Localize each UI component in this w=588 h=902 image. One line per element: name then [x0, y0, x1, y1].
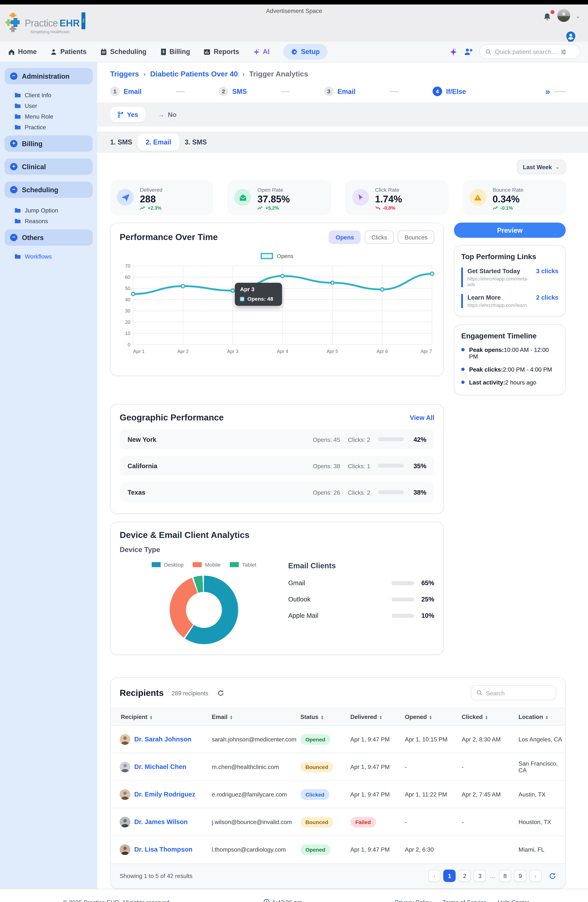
svg-text:10: 10 [125, 331, 130, 336]
sidebar-item-practice[interactable]: Practice [15, 121, 93, 132]
sidebar-item-user[interactable]: User [15, 100, 93, 111]
nav-reports[interactable]: Reports [203, 48, 239, 56]
nav-label: Scheduling [110, 48, 147, 56]
sidebar-section-clinical[interactable]: + Clinical [5, 158, 93, 175]
tab-3-sms[interactable]: 3. SMS [185, 138, 207, 146]
top-black-bar [0, 0, 588, 5]
link-item[interactable]: Learn More https://ehrcrmapp.com/learn 2… [461, 294, 558, 308]
step-1-email[interactable]: 1Email [110, 86, 142, 96]
refresh-icon [549, 872, 556, 880]
folder-icon [15, 253, 21, 259]
device-type-label: Device Type [120, 546, 434, 554]
link-item[interactable]: Get Started Today https://ehrcrmapp.com/… [461, 268, 558, 287]
sidebar-section-administration[interactable]: − Administration [5, 68, 93, 84]
sidebar-item-jump-option[interactable]: Jump Option [15, 205, 93, 215]
col-recipient[interactable]: Recipient▲▼ [111, 708, 206, 725]
recipients-search[interactable] [471, 685, 556, 700]
tab-1-sms[interactable]: 1. SMS [110, 138, 132, 146]
sidebar-section-others[interactable]: − Others [5, 229, 93, 246]
table-row[interactable]: Dr. Emily Rodriguez e.rodriguez@familyca… [111, 781, 565, 808]
section-label: Billing [22, 140, 42, 148]
pagination: ‹ 1 2 3 ... 8 9 › [428, 869, 556, 882]
nav-home[interactable]: Home [8, 48, 37, 56]
preview-button[interactable]: Preview [454, 222, 566, 238]
prev-page-button[interactable]: ‹ [428, 869, 441, 882]
more-steps-chevron-icon[interactable]: » [545, 86, 549, 96]
recipients-search-input[interactable] [486, 689, 548, 696]
filter-sliders-icon[interactable] [560, 49, 567, 55]
nav-patients[interactable]: Patients [50, 48, 86, 56]
period-select[interactable]: Last Week ⌄ [517, 160, 566, 174]
table-refresh-button[interactable] [549, 872, 556, 880]
user-avatar[interactable] [557, 9, 570, 22]
bounces-button[interactable]: Bounces [398, 230, 434, 244]
step-3-email[interactable]: 3Email [324, 86, 355, 96]
tab-2-email[interactable]: 2. Email [138, 134, 179, 150]
sidebar-item-reasons[interactable]: Reasons [15, 215, 93, 226]
line-chart[interactable]: 010203040506070Apr 1Apr 2Apr 3Apr 4Apr 5… [120, 262, 434, 371]
view-all-link[interactable]: View All [410, 414, 434, 421]
breadcrumb-trigger-name[interactable]: Diabetic Patients Over 40 [150, 70, 238, 78]
nav-scheduling[interactable]: Scheduling [100, 48, 147, 56]
nav-label: AI [263, 48, 269, 56]
clock: 1:43:26 pm [263, 899, 302, 902]
email-clients-label: Email Clients [288, 562, 434, 570]
nav-label: Reports [214, 48, 239, 56]
sidebar-item-client-info[interactable]: Client Info [15, 89, 93, 100]
page-button-3[interactable]: 3 [474, 869, 486, 882]
nav-billing[interactable]: $ Billing [160, 48, 190, 56]
col-opened[interactable]: Opened▲▼ [399, 708, 456, 725]
nav-ai[interactable]: AI [253, 48, 269, 56]
sidebar-section-scheduling[interactable]: − Scheduling [5, 182, 93, 198]
practice-ehr-logo[interactable]: PracticeEHR Pro Simplifying Healthcare [6, 13, 85, 34]
user-menu-chevron-icon[interactable]: ⌄ [575, 13, 580, 19]
add-patient-icon[interactable] [464, 48, 472, 56]
col-delivered[interactable]: Delivered▲▼ [345, 708, 399, 725]
table-row[interactable]: Dr. Michael Chen m.chen@healthclinic.com… [111, 753, 565, 781]
chart-tooltip: Apr 3 Opens: 48 [235, 283, 282, 306]
quick-patient-search[interactable] [479, 44, 580, 59]
sidebar-section-billing[interactable]: + Billing [5, 135, 93, 152]
legend-swatch-desktop [152, 562, 161, 567]
search-input[interactable] [495, 49, 557, 55]
col-status[interactable]: Status▲▼ [295, 708, 345, 725]
logo-cross-icon [6, 13, 22, 33]
page-button-1[interactable]: 1 [443, 869, 456, 882]
legend-swatch-mobile [192, 562, 202, 567]
terms-of-service-link[interactable]: Terms of Service [443, 899, 486, 902]
step-4-if-else[interactable]: 4If/Else [433, 86, 466, 96]
col-location[interactable]: Location▲▼ [513, 708, 565, 725]
ai-sparkle-icon[interactable] [449, 48, 457, 56]
page-button-9[interactable]: 9 [514, 869, 526, 882]
breadcrumb: Triggers › Diabetic Patients Over 40 › T… [110, 70, 566, 78]
clicks-button[interactable]: Clicks [364, 230, 394, 244]
main-nav: Home Patients Scheduling $ Billing Repor… [0, 42, 588, 63]
nav-setup[interactable]: Setup [283, 44, 327, 60]
refresh-button[interactable] [217, 689, 224, 696]
help-center-link[interactable]: Help Center [498, 899, 529, 902]
page-footer: © 2025 Practice EHR. All rights reserved… [0, 888, 588, 902]
folder-icon [15, 124, 21, 130]
branch-yes-tab[interactable]: Yes [110, 107, 145, 122]
notifications-button[interactable] [543, 13, 552, 24]
page-button-2[interactable]: 2 [458, 869, 471, 882]
device-type-donut-chart[interactable] [170, 576, 238, 644]
table-row[interactable]: Dr. Lisa Thompson l.thompson@cardiology.… [111, 836, 565, 863]
collapse-icon: − [10, 72, 17, 80]
sidebar-item-menu-role[interactable]: Menu Role [15, 111, 93, 121]
privacy-policy-link[interactable]: Privacy Policy [394, 899, 431, 902]
col-clicked[interactable]: Clicked▲▼ [456, 708, 513, 725]
sort-icon: ▲▼ [230, 715, 233, 720]
opens-button[interactable]: Opens [329, 230, 361, 244]
step-2-sms[interactable]: 2SMS [219, 86, 247, 96]
breadcrumb-triggers[interactable]: Triggers [110, 70, 139, 78]
avatar [120, 844, 130, 855]
collapse-icon: − [10, 234, 17, 241]
sidebar-item-workflows[interactable]: Workflows [15, 251, 93, 262]
col-email[interactable]: Email▲▼ [206, 708, 295, 725]
table-row[interactable]: Dr. Sarah Johnson sarah.johnson@medicent… [111, 725, 565, 753]
page-button-8[interactable]: 8 [499, 869, 511, 882]
branch-no-tab[interactable]: → No [158, 111, 177, 118]
next-page-button[interactable]: › [529, 869, 541, 882]
table-row[interactable]: Dr. James Wilson j.wilson@bounce@invalid… [111, 808, 565, 836]
